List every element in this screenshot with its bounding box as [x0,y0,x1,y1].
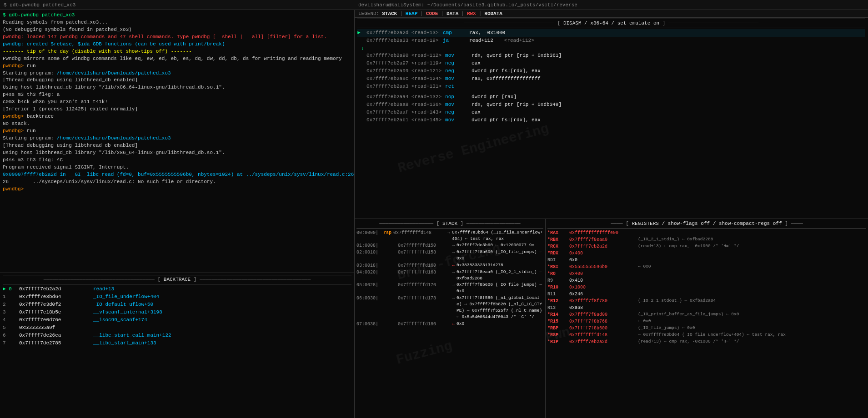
register-name: *RBP [547,325,567,332]
registers-panel: ──── [ REGISTERS / show-flags off / show… [546,219,868,418]
legend-label: LEGEND: [358,11,379,16]
legend-rodata: RODATA [484,11,502,16]
stack-value: 0x7ffff7f8f580 (_nl_global_locale) → 0x7… [457,295,543,321]
stack-blank [383,321,396,328]
terminal-line: (No debugging symbols found in patched_x… [3,26,351,34]
disasm-arrow [357,67,363,75]
disasm-row: 0x7ffff7eb2aaf <read+143>negeax [357,109,865,116]
disasm-arrow [357,37,363,45]
disasm-row: 0x7ffff7eb2aa8 <read+136>movrdx, qword p… [357,101,865,109]
register-name: *R14 [547,311,567,318]
stack-row: 07:0038|0x7fffffffd180←0x0 [356,321,543,328]
stack-arrow: ← [452,321,455,328]
backtrace-row: 60x7ffff7de26ca__libc_start_call_main+12… [3,332,351,339]
register-row: *RDX0x400 [547,250,866,257]
register-row: *RBP0x7ffff7f8b600(_IO_file_jumps) ← 0x0 [547,325,866,332]
register-value: 0x0 [569,257,635,264]
register-name: *RDX [547,250,567,257]
stack-panel: ────────────────── [ STACK ] ───────────… [355,219,546,418]
stack-offset: 03:0018| [356,262,381,269]
register-value: 0xfffffffffffffe00 [569,229,635,236]
disasm-addr: 0x7ffff7eb2a97 <read+119> [366,60,442,67]
backtrace-row: 40x7ffff7e0d76e__isoc99_scanf+174 [3,316,351,324]
right-bottom: ────────────────── [ STACK ] ───────────… [355,219,868,418]
disasm-row: 0x7ffff7eb2a97 <read+119>negeax [357,60,865,67]
legend-code: CODE [426,11,438,16]
stack-arrow: → [452,282,455,295]
backtrace-addr: 0x7ffff7de26ca [19,332,90,339]
register-row: *RSP0x7fffffffd148→ 0x7ffff7e3bd64 (_IO_… [547,332,866,338]
backtrace-addr: 0x7ffff7eb2a2d [19,285,90,293]
register-info [638,291,866,298]
register-info: (read+13) ← cmp rax, -0x1000 /* 'H=' */ [638,243,866,250]
stack-rsp-label: rsp [383,229,391,243]
terminal-line: Program received signal SIGINT, Interrup… [3,164,351,171]
register-row: *R150x7ffff7f8b768← 0x0 [547,318,866,325]
top-bar: $ gdb-pwndbg patched_xo3 devilsharu@kali… [0,0,868,10]
register-name: *RSP [547,332,567,338]
disasm-mnemonic: neg [445,67,468,75]
legend-stack: STACK [382,11,397,16]
terminal-line: Using host libthread_db library "/lib/x8… [3,84,351,91]
stack-offset: 02:0010| [356,249,381,262]
register-name: *RAX [547,229,567,236]
backtrace-idx: 1 [3,293,15,301]
backtrace-addr: 0x7ffff7de2785 [19,339,90,347]
register-value: 0x7ffff7eb2a2d [569,243,635,250]
backtrace-idx: 6 [3,332,15,339]
disasm-addr: 0x7ffff7eb2aaf <read+143> [366,109,442,116]
stack-blank [383,269,396,282]
disasm-addr: 0x7ffff7eb2a2d <read+13> [366,29,439,37]
register-info [638,284,866,291]
register-name: RDI [547,257,567,264]
register-info [638,229,866,236]
right-panel: LEGEND: STACK | HEAP | CODE | DATA | RWX… [355,10,868,418]
terminal-line: Pwndbg mirrors some of Windbg commands l… [3,55,351,63]
terminal-line: ------- tip of the day (disable with set… [3,48,351,55]
disasm-row: 0x7ffff7eb2aa3 <read+131>ret [357,83,865,90]
register-value: 0x246 [569,291,635,298]
disasm-row: 0x7ffff7eb2a90 <read+112>movrdx, qword p… [357,52,865,60]
main-layout: $ gdb-pwndbg patched_xo3Reading symbols … [0,10,868,418]
backtrace-func: read+13 [93,285,114,293]
disasm-mnemonic: neg [445,109,468,116]
terminal-line: [Thread debugging using libthread_db ena… [3,142,351,149]
stack-value: 0x7ffff7dc3b60 ← 0x12000077 9c [457,242,543,249]
stack-offset: 04:0020| [356,269,381,282]
backtrace-row: 30x7ffff7e18b5e__vfscanf_internal+3198 [3,309,351,316]
legend-rwx: RWX [467,11,476,16]
register-name: *RCX [547,243,567,250]
terminal-line: 26 ../sysdeps/unix/sysv/linux/read.c: No… [3,179,351,186]
disasm-row: 0x7ffff7eb2a33 <read+19>jaread+112<read+… [357,37,865,45]
register-row: *RSI0x5555555596b0← 0x0 [547,264,866,270]
register-value: 0x5555555596b0 [569,264,635,270]
register-row: RDI0x0 [547,257,866,264]
disasm-row: 0x7ffff7eb2ab1 <read+145>movdword ptr fs… [357,116,865,124]
stack-value: 0x7ffff7f8b600 (_IO_file_jumps) ← 0x0 [457,249,543,262]
stack-arrow: → [452,249,455,262]
registers-panel-header: ──── [ REGISTERS / show-flags off / show… [547,220,866,229]
disasm-addr: 0x7ffff7eb2a9c <read+124> [366,75,442,83]
backtrace-rows: ► 00x7ffff7eb2a2dread+13 10x7ffff7e3bd64… [3,285,351,347]
terminal-line: No stack. [3,120,351,128]
backtrace-row: ► 00x7ffff7eb2a2dread+13 [3,285,351,293]
register-value: 0x7ffff7f8b600 [569,325,635,332]
disasm-operands: rdx, qword ptr [rip + 0xdb361] [472,52,562,60]
terminal-area[interactable]: $ gdb-pwndbg patched_xo3Reading symbols … [0,10,354,273]
disasm-addr: 0x7ffff7eb2aa4 <read+132> [366,93,442,101]
backtrace-func: __libc_start_call_main+122 [93,332,171,339]
disasm-arrow [357,75,363,83]
stack-arrow: ← [452,262,455,269]
disasm-addr: 0x7ffff7eb2a99 <read+121> [366,67,442,75]
disasm-header: ────────────────────────────── [ DISASM … [357,19,865,28]
disasm-operands: dword ptr fs:[rdx], eax [472,67,541,75]
register-info: (_IO_2_1_stdout_) ← 0xfbad2a84 [638,298,866,304]
backtrace-addr: 0x7ffff7e0d76e [19,316,90,324]
stack-address: 0x7fffffffd158 [398,249,450,262]
stack-address: 0x7fffffffd180 [398,321,450,328]
disasm-addr: 0x7ffff7eb2a33 <read+19> [366,37,439,45]
register-name: *RBX [547,236,567,243]
disasm-operands: rax, -0x1000 [469,29,505,37]
stack-row: 01:0008|0x7fffffffd150→0x7ffff7dc3b60 ← … [356,242,543,249]
stack-blank [383,262,396,269]
